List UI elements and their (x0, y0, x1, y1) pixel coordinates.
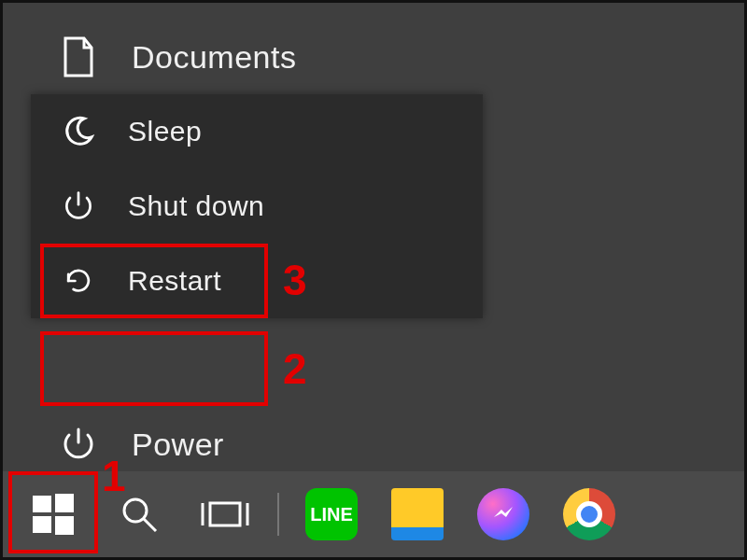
taskbar-app-explorer[interactable] (374, 471, 460, 557)
power-icon (59, 425, 98, 464)
start-item-documents[interactable]: Documents (31, 20, 414, 94)
line-app-icon: LINE (305, 488, 358, 540)
search-icon (119, 494, 160, 535)
svg-rect-6 (210, 503, 240, 525)
taskbar-app-line[interactable]: LINE (289, 471, 374, 557)
messenger-icon (477, 488, 529, 540)
svg-rect-0 (33, 496, 51, 512)
power-option-sleep-label: Sleep (128, 116, 202, 147)
restart-icon (59, 261, 98, 301)
taskbar-app-chrome[interactable] (546, 471, 632, 557)
taskbar-taskview-button[interactable] (182, 471, 268, 557)
power-option-shutdown-label: Shut down (128, 190, 264, 222)
power-icon (59, 187, 98, 226)
power-option-shutdown[interactable]: Shut down (31, 169, 483, 244)
start-button[interactable] (10, 471, 96, 557)
task-view-icon (201, 496, 249, 533)
start-item-documents-label: Documents (132, 39, 296, 76)
svg-rect-2 (33, 516, 51, 533)
svg-rect-3 (55, 516, 74, 535)
taskbar-search-button[interactable] (96, 471, 182, 557)
power-option-restart[interactable]: Restart (31, 244, 483, 318)
power-flyout: Sleep Shut down Restart (31, 94, 483, 318)
taskbar-app-messenger[interactable] (460, 471, 546, 557)
power-option-restart-label: Restart (128, 265, 221, 297)
taskbar-separator (277, 493, 279, 536)
power-option-sleep[interactable]: Sleep (31, 94, 483, 169)
windows-logo-icon (31, 492, 76, 537)
file-explorer-icon (391, 488, 444, 540)
svg-line-5 (144, 519, 156, 531)
chrome-icon (563, 488, 615, 540)
moon-icon (59, 112, 98, 151)
document-icon (59, 37, 98, 77)
svg-rect-1 (55, 494, 74, 512)
start-item-power-label: Power (132, 427, 224, 463)
taskbar: LINE (3, 471, 744, 557)
svg-point-4 (124, 499, 147, 522)
start-item-power[interactable]: Power (31, 407, 414, 482)
